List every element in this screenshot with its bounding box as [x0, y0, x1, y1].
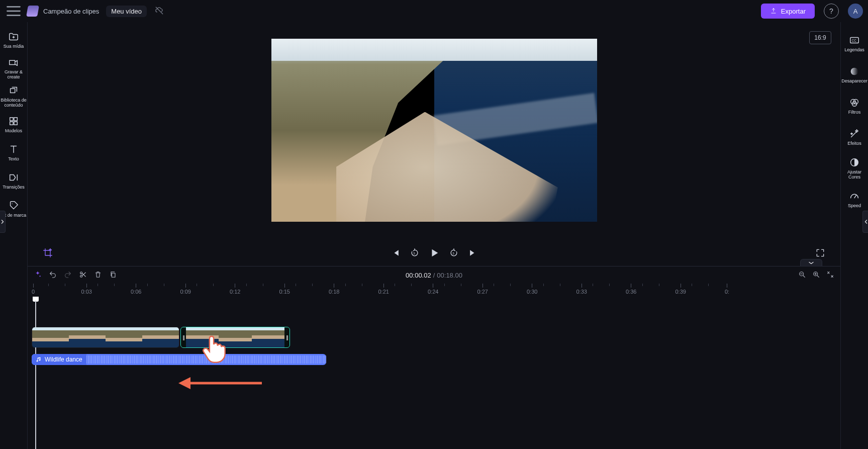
rail-effects[interactable]: Efeitos	[841, 122, 868, 153]
rail-transitions-label: Transições	[3, 185, 25, 190]
skip-start-button[interactable]	[391, 248, 401, 258]
rail-record[interactable]: Gravar & create	[0, 54, 27, 82]
filters-icon	[849, 97, 860, 108]
svg-point-7	[851, 68, 858, 75]
fade-icon	[849, 66, 860, 77]
rail-captions-label: Legendas	[844, 48, 864, 53]
undo-button[interactable]	[49, 271, 57, 280]
contrast-icon	[849, 157, 860, 168]
video-clip-2-selected[interactable]: || ||	[180, 327, 290, 348]
help-button[interactable]: ?	[824, 4, 839, 19]
rail-templates[interactable]: Modelos	[0, 111, 27, 139]
music-note-icon	[36, 356, 42, 363]
rail-colors[interactable]: Ajustar Cores	[841, 153, 868, 184]
duplicate-button[interactable]	[109, 271, 117, 280]
expand-right-panel[interactable]	[862, 211, 868, 233]
delete-button[interactable]	[94, 271, 102, 280]
rail-transitions[interactable]: Transições	[0, 167, 27, 195]
rail-media-label: Sua mídia	[4, 44, 24, 49]
templates-icon	[8, 116, 19, 127]
timeline-tracks[interactable]: || || Wildlife dance	[32, 297, 840, 449]
timeline-time: 00:00.02 / 00:18.00	[406, 272, 462, 279]
avatar[interactable]: A	[848, 4, 863, 19]
audio-waveform	[86, 354, 326, 365]
rail-media[interactable]: Sua mídia	[0, 26, 27, 54]
rail-record-label: Gravar & create	[0, 70, 27, 80]
timeline-ruler[interactable]: 00:030:060:090:120:150:180:210:240:270:3…	[32, 284, 840, 297]
ruler-tick: 0:18	[329, 284, 339, 295]
export-label: Exportar	[781, 8, 806, 15]
rail-text[interactable]: Texto	[0, 139, 27, 167]
zoom-out-button[interactable]	[798, 271, 806, 280]
ruler-tick: 0:12	[230, 284, 240, 295]
menu-button[interactable]	[5, 3, 22, 20]
folder-plus-icon	[8, 31, 19, 42]
play-button[interactable]	[429, 247, 440, 258]
timeline-panel: 00:00.02 / 00:18.00 00:030:060:090:120:1…	[28, 266, 840, 449]
gauge-icon	[849, 191, 860, 202]
ai-tool-button[interactable]	[34, 271, 42, 280]
current-time: 00:00.02	[406, 272, 431, 279]
crop-ai-button[interactable]	[43, 248, 53, 258]
fullscreen-button[interactable]	[815, 248, 825, 258]
rail-library-label: Biblioteca de conteúdo	[0, 98, 27, 108]
rail-colors-label: Ajustar Cores	[841, 170, 868, 180]
export-button[interactable]: Exportar	[761, 4, 815, 19]
rail-effects-label: Efeitos	[847, 141, 861, 146]
avatar-initial: A	[853, 8, 858, 15]
rail-filters[interactable]: Filtros	[841, 91, 868, 122]
collapse-timeline-button[interactable]	[800, 259, 822, 266]
clip-trim-left-handle[interactable]: ||	[181, 327, 186, 347]
ruler-tick: 0:24	[428, 284, 438, 295]
playhead-line	[35, 301, 36, 449]
rail-library[interactable]: Biblioteca de conteúdo	[0, 82, 27, 111]
aspect-ratio-button[interactable]: 16:9	[809, 31, 831, 44]
rail-fade[interactable]: Desaparecer	[841, 59, 868, 91]
ruler-tick: 0:27	[477, 284, 488, 295]
preview-stage: 16:9 5	[28, 22, 840, 266]
ruler-tick: 0:30	[527, 284, 537, 295]
ruler-tick: 0:21	[378, 284, 389, 295]
text-icon	[8, 144, 19, 155]
time-separator: /	[433, 272, 435, 279]
duration: 00:18.00	[437, 272, 462, 279]
app-name: Campeão de clipes	[43, 8, 99, 15]
forward-button[interactable]: 5	[449, 248, 459, 258]
wand-icon	[849, 128, 860, 139]
rail-captions[interactable]: CC Legendas	[841, 28, 868, 59]
rail-text-label: Texto	[8, 157, 19, 162]
ruler-tick: 0:06	[131, 284, 141, 295]
rewind-button[interactable]: 5	[410, 248, 420, 258]
audio-clip-label-wrap: Wildlife dance	[32, 354, 86, 365]
ruler-tick: 0:15	[279, 284, 290, 295]
ruler-tick: 0	[32, 284, 35, 295]
chevron-down-icon	[807, 261, 815, 265]
video-clip-1[interactable]	[32, 327, 179, 348]
video-preview[interactable]	[271, 39, 597, 222]
split-button[interactable]	[79, 271, 87, 280]
chevron-right-icon	[1, 218, 5, 226]
ruler-tick: 0:	[725, 284, 729, 295]
svg-text:CC: CC	[852, 39, 857, 42]
project-name: Meu vídeo	[111, 8, 142, 15]
skip-end-button[interactable]	[468, 248, 478, 258]
svg-text:5: 5	[452, 252, 454, 255]
redo-button[interactable]	[64, 271, 72, 280]
project-name-input[interactable]: Meu vídeo	[106, 6, 147, 17]
timeline-toolbar: 00:00.02 / 00:18.00	[28, 266, 840, 284]
expand-left-panel[interactable]	[0, 211, 6, 233]
rail-speed-label: Speed	[848, 204, 861, 209]
zoom-in-button[interactable]	[812, 271, 820, 280]
fit-button[interactable]	[826, 271, 834, 280]
svg-text:5: 5	[413, 252, 415, 255]
ruler-tick: 0:36	[626, 284, 636, 295]
clip-trim-right-handle[interactable]: ||	[284, 327, 290, 347]
transitions-icon	[8, 172, 19, 183]
cloud-off-icon[interactable]	[155, 6, 164, 17]
audio-clip[interactable]: Wildlife dance	[32, 354, 326, 365]
brand-icon	[26, 6, 39, 17]
aspect-ratio-value: 16:9	[814, 34, 826, 41]
library-icon	[8, 85, 19, 96]
rail-fade-label: Desaparecer	[841, 79, 867, 84]
chevron-left-icon	[864, 218, 868, 226]
